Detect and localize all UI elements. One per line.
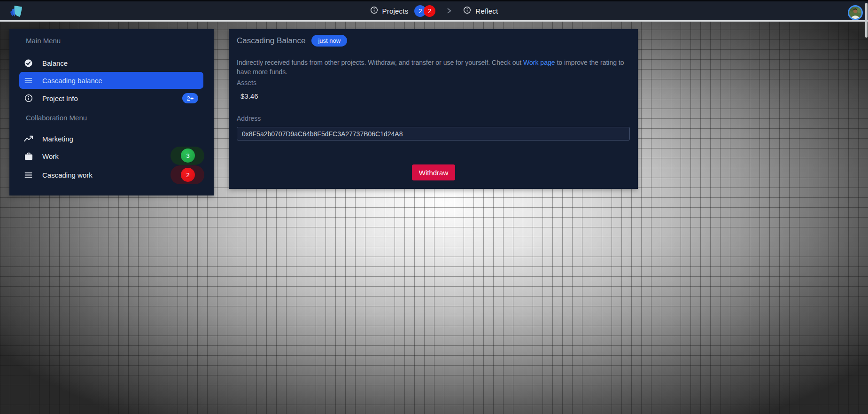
info-icon (463, 6, 471, 16)
freshness-badge: just now (311, 35, 347, 47)
projects-badge-red: 2 (424, 5, 435, 17)
address-input[interactable] (237, 127, 630, 141)
sidebar-item-balance[interactable]: Balance (24, 56, 209, 70)
info-icon (370, 6, 378, 16)
work-count-badge: 3 (181, 148, 195, 163)
card-title: Cascading Balance (237, 36, 305, 46)
app-logo-icon[interactable] (7, 4, 27, 20)
breadcrumb-reflect-label: Reflect (475, 7, 498, 15)
sidebar-section-header-main: Main Menu (26, 37, 61, 45)
scrollbar-thumb[interactable] (865, 3, 868, 38)
sidebar-item-cascading-balance[interactable]: Cascading balance (19, 72, 203, 89)
assets-label: Assets (237, 79, 256, 86)
sidebar-item-label: Marketing (42, 135, 73, 143)
withdraw-button[interactable]: Withdraw (412, 164, 455, 180)
description-text: Indirectly received funds from other pro… (237, 59, 523, 66)
chevron-right-icon (447, 7, 452, 15)
sidebar-item-label: Cascading balance (42, 77, 102, 85)
briefcase-icon (24, 152, 33, 160)
breadcrumb-projects[interactable]: Projects 2 2 (370, 5, 436, 17)
assets-value: $3.46 (240, 92, 258, 100)
cascading-balance-card: Cascading Balance just now Indirectly re… (229, 29, 638, 189)
check-circle-icon (24, 59, 33, 68)
project-info-count-badge: 2+ (182, 93, 198, 103)
work-page-link[interactable]: Work page (523, 59, 555, 66)
sidebar-item-marketing[interactable]: Marketing (24, 132, 209, 146)
user-avatar[interactable] (848, 5, 863, 20)
trending-up-icon (24, 135, 33, 142)
breadcrumb-projects-label: Projects (382, 7, 409, 15)
work-badge-slab: 3 (170, 147, 204, 165)
projects-badges: 2 2 (414, 5, 435, 17)
address-label: Address (237, 115, 261, 122)
sidebar-item-project-info[interactable]: Project Info (24, 91, 209, 105)
cascading-work-count-badge: 2 (181, 168, 195, 182)
menu-icon (24, 78, 33, 84)
sidebar-item-label: Project Info (42, 94, 78, 102)
sidebar-item-label: Cascading work (42, 171, 93, 179)
sidebar-item-label: Balance (42, 59, 68, 67)
topbar: Projects 2 2 Reflect (0, 0, 868, 22)
info-icon (24, 94, 33, 102)
sidebar-section-header-collab: Collaboration Menu (26, 114, 87, 122)
cascading-work-badge-slab: 2 (170, 165, 204, 184)
card-description: Indirectly received funds from other pro… (237, 58, 634, 77)
menu-icon (24, 172, 33, 178)
sidebar: Main Menu Balance Cascading balance Proj… (9, 29, 214, 195)
sidebar-item-label: Work (42, 152, 59, 160)
breadcrumb-reflect[interactable]: Reflect (463, 6, 498, 16)
